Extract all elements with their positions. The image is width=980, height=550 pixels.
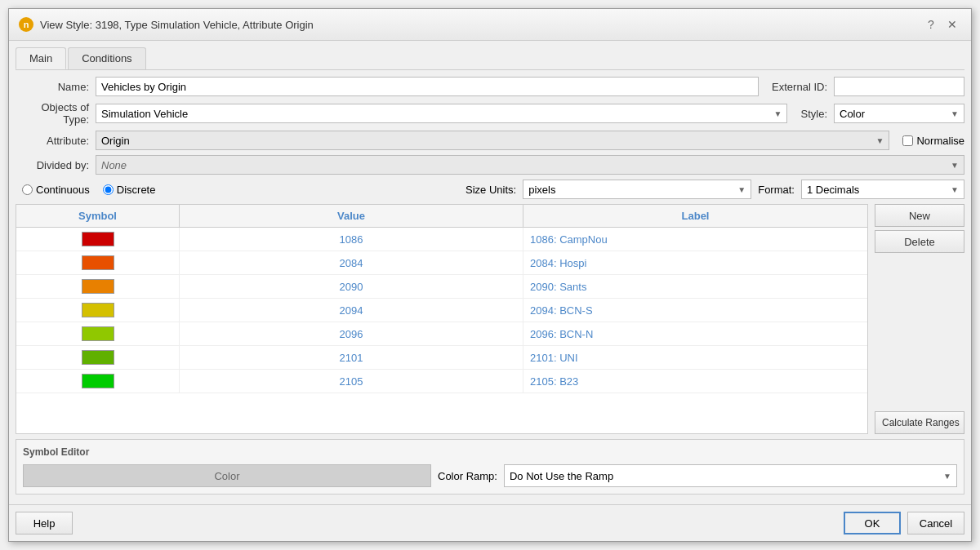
col-value: Value	[180, 205, 523, 227]
dialog-title: View Style: 3198, Type Simulation Vehicl…	[40, 19, 915, 31]
attribute-select[interactable]: Origin ▼	[96, 131, 889, 150]
td-symbol	[16, 228, 180, 251]
new-button[interactable]: New	[875, 204, 964, 227]
td-label: 2105: B23	[523, 370, 867, 393]
td-label: 2094: BCN-S	[523, 299, 867, 322]
attribute-label: Attribute:	[16, 135, 89, 147]
td-value: 2084	[180, 251, 523, 274]
color-swatch	[82, 255, 114, 270]
normalise-group: Normalise	[902, 135, 964, 147]
objects-of-type-value: Simulation Vehicle	[101, 108, 188, 120]
normalise-label: Normalise	[916, 135, 964, 147]
size-units-value: pixels	[528, 184, 555, 196]
dialog-window: n View Style: 3198, Type Simulation Vehi…	[8, 8, 972, 542]
td-symbol	[16, 322, 180, 345]
close-title-button[interactable]: ✕	[943, 16, 961, 33]
symbol-editor-row: Color Color Ramp: Do Not Use the Ramp ▼	[23, 464, 957, 487]
td-label: 2084: Hospi	[523, 251, 867, 274]
discrete-radio[interactable]	[103, 184, 114, 195]
calculate-ranges-button[interactable]: Calculate Ranges	[875, 411, 964, 434]
normalise-checkbox[interactable]	[902, 135, 913, 146]
td-value: 2094	[180, 299, 523, 322]
col-symbol: Symbol	[16, 205, 180, 227]
attribute-row: Attribute: Origin ▼ Normalise	[16, 131, 964, 150]
table-row[interactable]: 10861086: CampNou	[16, 228, 867, 251]
options-row: Continuous Discrete Size Units: pixels ▼…	[16, 180, 964, 199]
color-ramp-select[interactable]: Do Not Use the Ramp ▼	[504, 464, 957, 487]
continuous-label: Continuous	[36, 184, 90, 196]
external-id-group: External ID:	[772, 77, 964, 96]
format-value: 1 Decimals	[807, 184, 859, 196]
color-swatch	[82, 350, 114, 365]
td-symbol	[16, 275, 180, 298]
color-swatch	[82, 374, 114, 388]
color-ramp-group: Color Ramp: Do Not Use the Ramp ▼	[438, 464, 957, 487]
divided-by-row: Divided by: None ▼	[16, 155, 964, 175]
radio-group: Continuous Discrete	[22, 184, 155, 196]
name-label: Name:	[16, 81, 89, 93]
td-symbol	[16, 346, 180, 369]
delete-button[interactable]: Delete	[875, 230, 964, 253]
col-label: Label	[523, 205, 867, 227]
divided-by-value: None	[101, 159, 127, 171]
name-row: Name: External ID:	[16, 77, 964, 96]
td-value: 2096	[180, 322, 523, 345]
table-row[interactable]: 21012101: UNI	[16, 346, 867, 370]
td-symbol	[16, 251, 180, 274]
style-select[interactable]: Color ▼	[834, 104, 964, 123]
table-area: Symbol Value Label 10861086: CampNou2084…	[16, 204, 868, 434]
style-label: Style:	[800, 108, 827, 120]
continuous-radio-label[interactable]: Continuous	[22, 184, 90, 196]
tab-conditions[interactable]: Conditions	[68, 47, 145, 69]
td-label: 2090: Sants	[523, 275, 867, 298]
color-button[interactable]: Color	[23, 464, 431, 487]
table-row[interactable]: 20962096: BCN-N	[16, 322, 867, 346]
title-controls: ? ✕	[922, 16, 961, 33]
table-row[interactable]: 20902090: Sants	[16, 275, 867, 299]
divided-by-arrow: ▼	[951, 161, 959, 170]
help-title-button[interactable]: ?	[922, 16, 940, 33]
format-select[interactable]: 1 Decimals ▼	[801, 180, 964, 199]
bottom-bar: Help OK Cancel	[9, 504, 971, 541]
style-value: Color	[840, 108, 865, 120]
main-content: Symbol Value Label 10861086: CampNou2084…	[16, 204, 964, 434]
td-symbol	[16, 370, 180, 393]
name-input[interactable]	[96, 77, 759, 96]
discrete-radio-label[interactable]: Discrete	[103, 184, 156, 196]
td-value: 2105	[180, 370, 523, 393]
size-units-select[interactable]: pixels ▼	[523, 180, 751, 199]
external-id-input[interactable]	[834, 77, 964, 96]
continuous-radio[interactable]	[22, 184, 33, 195]
ok-button[interactable]: OK	[844, 512, 901, 534]
objects-of-type-arrow: ▼	[774, 109, 782, 118]
objects-of-type-select[interactable]: Simulation Vehicle ▼	[96, 104, 787, 123]
td-symbol	[16, 299, 180, 322]
style-group: Style: Color ▼	[800, 104, 964, 123]
style-arrow: ▼	[951, 109, 959, 118]
td-label: 2096: BCN-N	[523, 322, 867, 345]
title-bar: n View Style: 3198, Type Simulation Vehi…	[9, 9, 971, 41]
dialog-content: Main Conditions Name: External ID: Objec…	[9, 41, 971, 501]
table-row[interactable]: 21052105: B23	[16, 370, 867, 393]
color-ramp-arrow: ▼	[943, 472, 951, 481]
format-label: Format:	[758, 184, 795, 196]
button-panel: New Delete Calculate Ranges	[875, 204, 964, 434]
form-section: Name: External ID: Objects of Type: Simu…	[16, 77, 964, 199]
objects-of-type-row: Objects of Type: Simulation Vehicle ▼ St…	[16, 101, 964, 126]
color-swatch	[82, 326, 114, 341]
bottom-right: OK Cancel	[844, 512, 964, 534]
table-row[interactable]: 20842084: Hospi	[16, 251, 867, 275]
external-id-label: External ID:	[772, 81, 827, 93]
app-icon: n	[19, 17, 33, 32]
table-row[interactable]: 20942094: BCN-S	[16, 299, 867, 322]
td-label: 1086: CampNou	[523, 228, 867, 251]
divided-by-select[interactable]: None ▼	[96, 155, 964, 175]
help-button[interactable]: Help	[16, 512, 73, 534]
format-arrow: ▼	[951, 185, 959, 194]
size-units-arrow: ▼	[737, 185, 746, 194]
discrete-label: Discrete	[117, 184, 156, 196]
tab-main[interactable]: Main	[16, 47, 66, 69]
cancel-button[interactable]: Cancel	[907, 512, 964, 534]
td-label: 2101: UNI	[523, 346, 867, 369]
size-units-label: Size Units:	[466, 184, 516, 196]
